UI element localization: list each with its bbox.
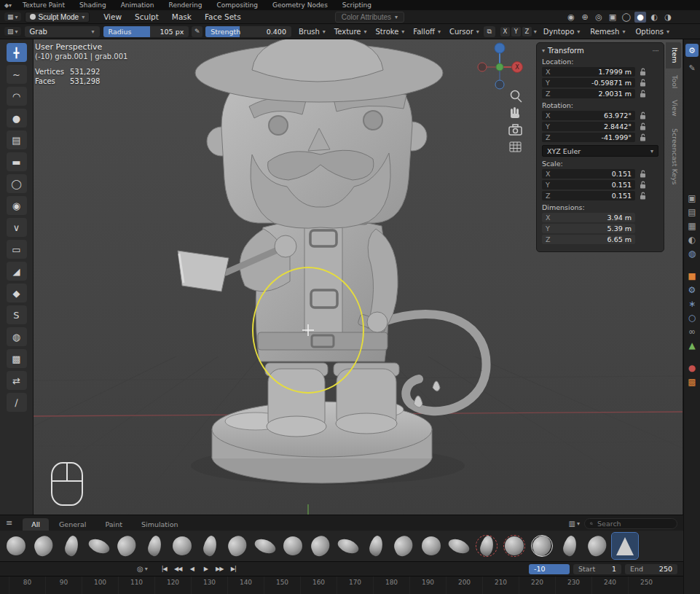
tool-face-sets[interactable]: ▩ xyxy=(7,349,27,368)
frame-tick-label[interactable]: 200 xyxy=(446,577,482,594)
location-field[interactable]: X1.7999 m xyxy=(542,67,635,77)
workspace-tab[interactable]: Geometry Nodes xyxy=(266,0,334,10)
tool-settings-icon[interactable]: ▧▾ xyxy=(4,27,21,36)
brush-preview[interactable] xyxy=(114,533,140,559)
frame-tick-label[interactable]: 150 xyxy=(264,577,300,594)
frame-tick-label[interactable]: 230 xyxy=(555,577,591,594)
editor-type-icon[interactable]: ▦▾ xyxy=(4,12,21,21)
frame-tick-label[interactable]: 240 xyxy=(591,577,628,594)
tool-dropdown[interactable]: Cursor▾ xyxy=(445,26,484,37)
playback-sync-icon[interactable]: ◎▾ xyxy=(137,565,148,573)
current-frame-field[interactable]: -10 xyxy=(529,564,570,574)
properties-tab-view-layer[interactable]: ▦ xyxy=(688,222,696,230)
frame-tick-label[interactable]: 100 xyxy=(82,577,118,594)
brush-preview[interactable] xyxy=(612,533,638,559)
workspace-tab[interactable]: Texture Paint xyxy=(16,0,71,10)
properties-tab-render[interactable]: ▣ xyxy=(688,194,696,203)
mode-select[interactable]: Sculpt Mode ▾ xyxy=(25,12,90,23)
asset-search[interactable] xyxy=(584,518,677,529)
radius-unit-icon[interactable]: ✎ xyxy=(192,26,202,37)
menu-item[interactable]: Mask xyxy=(165,10,198,24)
brush-preview[interactable] xyxy=(197,533,223,559)
brush-preview[interactable] xyxy=(58,533,84,559)
frame-tick-label[interactable]: 80 xyxy=(9,577,45,594)
frame-start-field[interactable]: Start1 xyxy=(573,564,621,574)
mirror-axis-toggle[interactable]: X xyxy=(500,27,510,36)
properties-tab-texture[interactable]: ▩ xyxy=(688,378,696,386)
brush-preview[interactable] xyxy=(224,533,251,559)
frame-tick-label[interactable]: 220 xyxy=(519,577,555,594)
frame-tick-label[interactable]: 140 xyxy=(227,577,264,594)
shading-wireframe-icon[interactable]: ◯ xyxy=(621,12,632,23)
properties-tab-constraints[interactable]: ∞ xyxy=(688,327,696,336)
panel-header[interactable]: ▾ Transform ···· xyxy=(542,47,658,55)
brush-preview[interactable] xyxy=(446,533,472,559)
brush-preview[interactable] xyxy=(3,533,29,559)
asset-shelf-tab[interactable]: General xyxy=(50,518,95,531)
brush-preview[interactable] xyxy=(473,533,500,559)
mirror-axis-toggle[interactable]: Z xyxy=(522,27,532,36)
tool-grab[interactable]: ╋ xyxy=(7,43,27,62)
sidebar-tab[interactable]: Tool xyxy=(666,70,681,93)
tool-clay-strips[interactable]: ▤ xyxy=(7,130,27,149)
tool-smooth[interactable]: ~ xyxy=(7,65,27,84)
lock-icon[interactable] xyxy=(640,112,646,120)
tool-clay[interactable]: ● xyxy=(7,109,27,128)
lock-icon[interactable] xyxy=(640,181,646,189)
menu-item[interactable]: View xyxy=(97,10,128,24)
scale-field[interactable]: Z0.151 xyxy=(542,191,635,200)
workspace-tab[interactable]: Shading xyxy=(73,0,113,10)
brush-preview[interactable] xyxy=(390,533,417,559)
shelf-menu-icon[interactable]: ≡ xyxy=(6,518,12,528)
mirror-icon[interactable]: ⧉ xyxy=(484,26,495,37)
properties-tab-material[interactable]: ● xyxy=(688,364,696,372)
frame-tick-label[interactable]: 190 xyxy=(409,577,446,594)
dimensions-field[interactable]: X3.94 m xyxy=(542,213,635,222)
app-menu-icon[interactable]: ◆▾ xyxy=(1,1,15,9)
workspace-tab[interactable]: Rendering xyxy=(162,0,209,10)
menu-item[interactable]: Sculpt xyxy=(128,10,165,24)
frame-tick-label[interactable]: 250 xyxy=(628,577,664,594)
frame-tick-label[interactable]: 170 xyxy=(337,577,373,594)
tool-flatten[interactable]: ▭ xyxy=(7,240,27,259)
tool-snake-hook[interactable]: S xyxy=(7,305,27,324)
brush-preview[interactable] xyxy=(86,533,112,559)
asset-shelf-tab[interactable]: Simulation xyxy=(133,518,187,531)
frame-tick-label[interactable]: 110 xyxy=(118,577,154,594)
lock-icon[interactable] xyxy=(640,90,646,98)
transport-button[interactable]: |◀ xyxy=(158,564,170,574)
tool-scrape[interactable]: ◢ xyxy=(7,262,27,281)
frame-tick-label[interactable]: 130 xyxy=(191,577,227,594)
workspace-tab[interactable]: Compositing xyxy=(211,0,264,10)
properties-tab-tool[interactable]: ✎ xyxy=(685,61,699,74)
location-field[interactable]: Z2.9031 m xyxy=(542,89,635,98)
brush-preview[interactable] xyxy=(557,533,583,559)
panel-popover-button[interactable]: Dyntopo▾ xyxy=(539,26,584,37)
properties-tab-data[interactable]: ▲ xyxy=(688,341,695,350)
frame-end-field[interactable]: End250 xyxy=(625,564,677,574)
lock-icon[interactable] xyxy=(640,192,646,200)
brush-preview[interactable] xyxy=(335,533,361,559)
shading-solid-icon[interactable]: ● xyxy=(634,12,646,23)
tool-crease[interactable]: ∨ xyxy=(7,218,27,237)
tool-dropdown[interactable]: Falloff▾ xyxy=(409,26,445,37)
sidebar-tab[interactable]: View xyxy=(666,95,681,122)
scale-field[interactable]: X0.151 xyxy=(542,169,635,179)
brush-preview[interactable] xyxy=(529,533,555,559)
object-visibility-icon[interactable]: ◉ xyxy=(565,12,577,23)
shading-material-icon[interactable]: ◐ xyxy=(648,12,660,23)
transport-button[interactable]: ◀◀ xyxy=(172,564,184,574)
mirror-axis-toggle[interactable]: Y xyxy=(511,27,521,36)
brush-preview[interactable] xyxy=(169,533,195,559)
properties-tab-physics[interactable]: ○ xyxy=(688,313,696,322)
asset-shelf-tab[interactable]: All xyxy=(23,518,49,531)
radius-slider[interactable]: Radius 105 px xyxy=(103,26,189,37)
transport-button[interactable]: ▶▶ xyxy=(213,564,226,574)
rotation-field[interactable]: Y2.8442° xyxy=(542,122,635,131)
rotation-field[interactable]: X63.972° xyxy=(542,111,635,120)
frame-tick-label[interactable]: 90 xyxy=(45,577,82,594)
dimensions-field[interactable]: Z6.65 m xyxy=(542,235,635,244)
workspace-tab[interactable]: Animation xyxy=(114,0,161,10)
rotation-field[interactable]: Z-41.999° xyxy=(542,133,635,142)
lock-icon[interactable] xyxy=(640,170,646,178)
